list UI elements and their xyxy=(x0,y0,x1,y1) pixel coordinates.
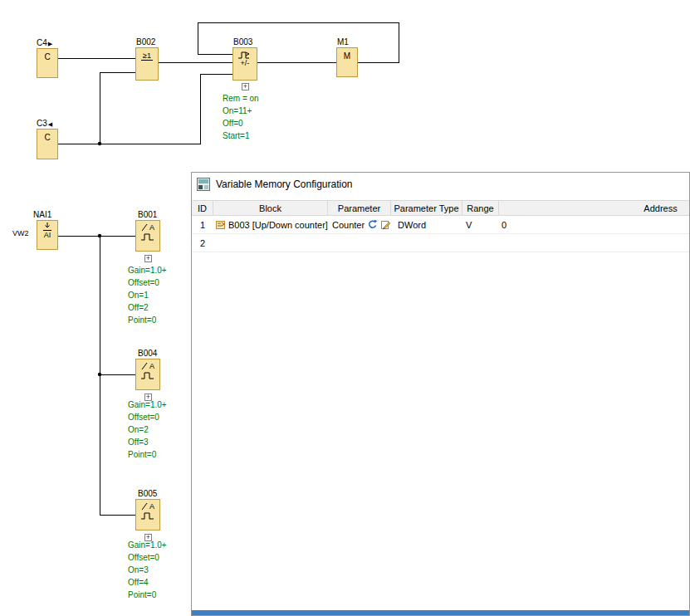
analog-letter: A xyxy=(149,503,154,511)
column-header-range[interactable]: Range xyxy=(462,201,499,215)
analog-letter: A xyxy=(149,363,154,370)
arrow-down-icon xyxy=(42,222,52,229)
cell-id: 1 xyxy=(192,216,213,233)
block-m1-label: M1 xyxy=(337,37,349,46)
dialog-title: Variable Memory Configuration xyxy=(216,178,353,190)
cell-block-text: B003 [Up/Down counter] xyxy=(228,220,328,230)
analog-trigger-symbol: A xyxy=(141,362,154,370)
block-b002-or[interactable]: ≥1 xyxy=(135,47,159,81)
expand-params-b003[interactable]: + xyxy=(242,83,249,90)
block-b003-label: B003 xyxy=(233,37,252,46)
cell-parameter: Counter xyxy=(328,216,391,233)
b004-param-line: Gain=1.0+ xyxy=(128,398,167,411)
dialog-bottom-edge xyxy=(192,610,689,615)
b001-parameters: Gain=1.0+ Offset=0 On=1 Off=2 Point=0 xyxy=(128,264,167,326)
edit-icon[interactable] xyxy=(380,219,391,230)
b004-parameters: Gain=1.0+ Offset=0 On=2 Off=3 Point=0 xyxy=(128,398,167,461)
cell-range xyxy=(462,234,499,252)
b001-param-line: Point=0 xyxy=(128,314,167,326)
block-nai1-symbol: AI xyxy=(43,230,52,239)
cell-address xyxy=(499,234,689,252)
cell-range: V xyxy=(462,216,499,233)
cell-parameter-text: Counter xyxy=(332,220,365,230)
b003-param-line: On=11+ xyxy=(223,105,259,117)
block-nai1-label: NAI1 xyxy=(33,210,51,219)
column-header-parameter-type[interactable]: Parameter Type xyxy=(391,201,462,215)
b001-param-line: Off=2 xyxy=(128,301,167,314)
block-c4-label-text: C4 xyxy=(37,38,47,47)
cell-parameter-type: DWord xyxy=(391,216,462,233)
cell-parameter-type xyxy=(391,234,462,252)
slash-icon xyxy=(141,362,149,370)
cell-block xyxy=(213,234,328,252)
b001-param-line: Offset=0 xyxy=(128,276,167,289)
block-c3-label: C3◀ xyxy=(37,119,52,128)
right-marker-icon: ▶ xyxy=(48,41,52,46)
app-icon xyxy=(197,178,210,191)
b003-param-line: Start=1 xyxy=(223,130,259,142)
analog-trigger-symbol: A xyxy=(141,502,154,511)
block-type-icon xyxy=(215,219,226,230)
block-b005-analog-trigger[interactable]: A xyxy=(135,499,160,530)
cell-block: B003 [Up/Down counter] xyxy=(213,216,328,233)
dialog-titlebar[interactable]: Variable Memory Configuration xyxy=(192,173,689,196)
left-marker-icon: ◀ xyxy=(48,121,52,127)
block-b004-analog-trigger[interactable]: A xyxy=(135,359,160,390)
analog-trigger-symbol: A xyxy=(141,223,154,232)
b004-param-line: Point=0 xyxy=(128,448,167,461)
refresh-icon[interactable] xyxy=(367,219,377,230)
plus-minus-symbol: +/- xyxy=(241,60,250,67)
b005-param-line: Offset=0 xyxy=(128,551,167,564)
column-header-address[interactable]: Address xyxy=(499,201,689,215)
expand-params-b001[interactable]: + xyxy=(144,255,152,262)
b003-param-line: Rem = on xyxy=(223,92,259,105)
variable-memory-configuration-dialog: Variable Memory Configuration ID Block P… xyxy=(191,172,690,616)
slash-icon xyxy=(141,223,149,232)
cell-id: 2 xyxy=(192,234,213,252)
b003-param-line: Off=0 xyxy=(223,117,259,130)
block-c3[interactable]: C xyxy=(37,129,58,159)
cell-address[interactable]: 0 xyxy=(499,216,689,233)
block-nai1-analog-input[interactable]: AI xyxy=(37,220,58,250)
b004-param-line: Offset=0 xyxy=(128,411,167,423)
block-c3-label-text: C3 xyxy=(37,119,47,128)
b003-parameters: Rem = on On=11+ Off=0 Start=1 xyxy=(223,92,259,142)
slash-icon xyxy=(141,502,149,511)
block-b005-label: B005 xyxy=(138,489,157,498)
table-row[interactable]: 1 B003 [Up/Down counter] Counter DWord V… xyxy=(192,216,689,234)
block-c4-symbol: C xyxy=(44,53,50,61)
threshold-pulse-icon xyxy=(140,512,155,520)
b005-param-line: Off=4 xyxy=(128,576,167,589)
block-b003-updown-counter[interactable]: +/- xyxy=(232,47,257,81)
threshold-pulse-icon xyxy=(140,233,155,241)
b005-param-line: On=3 xyxy=(128,564,167,576)
block-m1-marker[interactable]: M xyxy=(336,47,358,77)
analog-letter: A xyxy=(149,224,154,232)
cell-parameter xyxy=(328,234,391,252)
block-b001-label: B001 xyxy=(138,210,157,219)
table-header: ID Block Parameter Parameter Type Range … xyxy=(192,200,689,216)
column-header-parameter[interactable]: Parameter xyxy=(328,201,391,215)
block-b001-analog-trigger[interactable]: A xyxy=(135,220,160,252)
b001-param-line: Gain=1.0+ xyxy=(128,264,167,276)
column-header-id[interactable]: ID xyxy=(192,201,213,215)
block-c3-symbol: C xyxy=(44,134,50,142)
b004-param-line: On=2 xyxy=(128,423,167,436)
block-m1-symbol: M xyxy=(344,52,350,61)
block-c4-label: C4▶ xyxy=(37,38,52,47)
block-c4[interactable]: C xyxy=(37,48,58,78)
or-gate-symbol: ≥1 xyxy=(141,51,153,61)
b004-param-line: Off=3 xyxy=(128,436,167,448)
b005-param-line: Gain=1.0+ xyxy=(128,539,167,551)
nai1-operand-label: VW2 xyxy=(12,229,29,237)
b001-param-line: On=1 xyxy=(128,289,167,301)
column-header-block[interactable]: Block xyxy=(213,201,328,215)
b005-parameters: Gain=1.0+ Offset=0 On=3 Off=4 Point=0 xyxy=(128,539,167,601)
block-b004-label: B004 xyxy=(138,349,157,358)
block-b002-label: B002 xyxy=(136,37,155,46)
table-row[interactable]: 2 xyxy=(192,234,689,252)
threshold-pulse-icon xyxy=(140,372,155,379)
b005-param-line: Point=0 xyxy=(128,589,167,601)
counter-pulse-icon xyxy=(237,51,252,59)
